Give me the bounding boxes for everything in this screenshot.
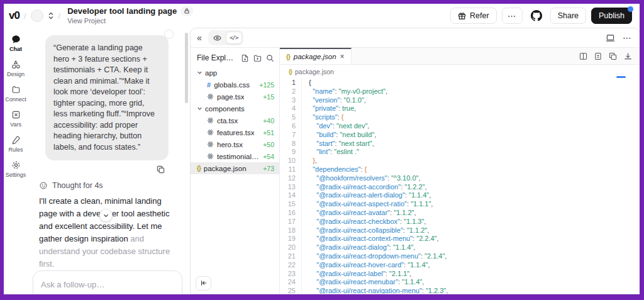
code-line[interactable]: 15 "@radix-ui/react-aspect-ratio": "1.1.… <box>280 200 640 209</box>
code-line[interactable]: 5 "scripts": { <box>280 113 640 122</box>
card-header: « </> ⋯ <box>191 28 640 47</box>
react-file-icon <box>207 117 214 124</box>
chat-icon <box>11 34 21 45</box>
json-file-icon: {} <box>286 53 290 60</box>
code-line[interactable]: 22 "@radix-ui/react-hover-card": "1.1.4"… <box>280 261 640 270</box>
diff-added-count: +51 <box>263 129 274 136</box>
search-icon[interactable] <box>266 54 274 62</box>
json-file-icon: {} <box>197 165 201 172</box>
tab-package-json[interactable]: {} package.json × <box>280 48 352 64</box>
thought-summary[interactable]: Thought for 4s <box>39 181 190 190</box>
code-line[interactable]: 19 "@radix-ui/react-context-menu": "2.2.… <box>280 235 640 243</box>
chat-scrollbar[interactable] <box>185 33 188 103</box>
code-line[interactable]: 8 "start": "next start", <box>280 140 640 148</box>
code-line[interactable]: 1{ <box>280 79 640 87</box>
minimap-indicator <box>616 76 626 78</box>
code-line[interactable]: 6 "dev": "next dev", <box>280 122 640 131</box>
code-line[interactable]: 24 "@radix-ui/react-menubar": "1.1.4", <box>280 278 640 287</box>
line-number: 14 <box>280 191 301 200</box>
download-icon[interactable] <box>624 52 632 60</box>
code-line[interactable]: 14 "@radix-ui/react-alert-dialog": "1.1.… <box>280 191 640 200</box>
code-line[interactable]: 3 "version": "0.1.0", <box>280 96 640 105</box>
left-icon-rail: ChatDesignConnectVarsRulesSettings <box>4 28 28 294</box>
tree-file-features.tsx[interactable]: features.tsx+51 <box>191 126 279 138</box>
sidebar-item-rules[interactable]: Rules <box>4 135 28 153</box>
diff-added-count: +40 <box>263 117 274 125</box>
project-switcher-icon[interactable] <box>48 12 54 19</box>
tree-file-page.tsx[interactable]: page.tsx+15 <box>191 91 279 103</box>
team-avatar[interactable] <box>31 9 43 22</box>
tree-file-globals.css[interactable]: #globals.css+125 <box>191 79 279 91</box>
code-line[interactable]: 20 "@radix-ui/react-dialog": "1.1.4", <box>280 243 640 252</box>
assistant-message: I'll create a clean, minimal landing pag… <box>39 195 176 270</box>
line-number: 12 <box>280 174 301 183</box>
connect-icon <box>11 84 21 95</box>
collapse-panel-icon[interactable]: « <box>197 33 202 43</box>
code-line[interactable]: 23 "@radix-ui/react-label": "2.1.1", <box>280 270 640 279</box>
code-line[interactable]: 9 "lint": "eslint ." <box>280 148 640 157</box>
sidebar-item-vars[interactable]: Vars <box>4 109 28 128</box>
line-number: 10 <box>280 157 301 165</box>
scroll-to-bottom-button[interactable] <box>99 209 113 222</box>
new-file-icon[interactable] <box>241 54 249 62</box>
github-button[interactable] <box>528 8 545 24</box>
preview-eye-toggle[interactable] <box>209 31 226 44</box>
code-line[interactable]: 11 "dependencies": { <box>280 165 640 174</box>
publish-button[interactable]: Publish <box>591 8 632 24</box>
code-line[interactable]: 17 "@radix-ui/react-checkbox": "1.1.3", <box>280 218 640 226</box>
code-line[interactable]: 16 "@radix-ui/react-avatar": "1.1.2", <box>280 209 640 218</box>
new-folder-icon[interactable] <box>253 54 262 62</box>
code-line[interactable]: 21 "@radix-ui/react-dropdown-menu": "2.1… <box>280 252 640 261</box>
tree-file-testimonials.t[interactable]: testimonials.t…+54 <box>191 150 279 162</box>
tree-folder-app[interactable]: app <box>191 67 279 79</box>
collapse-explorer-button[interactable] <box>196 276 211 291</box>
line-number: 15 <box>280 200 301 209</box>
file-explorer-title: File Expl… <box>197 53 236 62</box>
tree-file-package.json[interactable]: {}package.json+73 <box>191 162 279 174</box>
line-number: 16 <box>280 209 301 218</box>
code-line[interactable]: 13 "@radix-ui/react-accordion": "1.2.2", <box>280 183 640 192</box>
diff-file-icon[interactable] <box>594 52 602 60</box>
line-number: 22 <box>280 261 301 270</box>
code-view-toggle[interactable]: </> <box>226 31 242 44</box>
line-number: 18 <box>280 226 301 235</box>
tree-folder-components[interactable]: components <box>191 103 279 114</box>
code-line[interactable]: 12 "@hookform/resolvers": "^3.10.0", <box>280 174 640 183</box>
brain-icon <box>39 181 48 190</box>
card-more-icon[interactable]: ⋯ <box>623 33 632 43</box>
code-line[interactable]: 25 "@radix-ui/react-navigation-menu": "1… <box>280 287 640 294</box>
sidebar-item-design[interactable]: Design <box>4 59 28 77</box>
code-line[interactable]: 18 "@radix-ui/react-collapsible": "1.1.2… <box>280 226 640 235</box>
refer-button[interactable]: Refer <box>450 8 497 24</box>
share-button[interactable]: Share <box>550 8 586 24</box>
sidebar-item-chat[interactable]: Chat <box>4 34 28 52</box>
react-file-icon <box>207 93 214 100</box>
copy-message-button[interactable] <box>155 164 166 175</box>
tree-file-hero.tsx[interactable]: hero.tsx+50 <box>191 138 279 150</box>
copy-file-icon[interactable] <box>609 52 617 60</box>
close-tab-icon[interactable]: × <box>340 52 345 61</box>
breadcrumb: Developer tool landing page View Project <box>67 6 193 25</box>
more-options-button[interactable]: ⋯ <box>502 8 523 24</box>
line-number: 1 <box>280 79 301 87</box>
code-line[interactable]: 4 "private": true, <box>280 104 640 113</box>
code-content[interactable]: 1{2 "name": "my-v0-project",3 "version":… <box>280 78 640 294</box>
split-editor-icon[interactable] <box>579 52 587 60</box>
sidebar-item-settings[interactable]: Settings <box>4 160 28 178</box>
sidebar-item-connect[interactable]: Connect <box>4 84 28 103</box>
code-line[interactable]: 2 "name": "my-v0-project", <box>280 87 640 96</box>
lock-icon[interactable] <box>180 6 193 16</box>
device-preview-icon[interactable] <box>606 34 615 42</box>
top-bar: v0 / / Developer tool landing page View … <box>4 4 640 28</box>
json-file-icon: {} <box>289 69 292 75</box>
view-project-link[interactable]: View Project <box>67 17 193 25</box>
react-file-icon <box>207 153 214 160</box>
followup-input[interactable] <box>41 280 174 289</box>
v0-logo[interactable]: v0 <box>9 9 19 22</box>
code-line[interactable]: 7 "build": "next build", <box>280 131 640 140</box>
user-message-bubble: “Generate a landing page hero + 3 featur… <box>45 35 169 160</box>
chat-composer: + Design ↑ <box>33 270 182 300</box>
tree-file-cta.tsx[interactable]: cta.tsx+40 <box>191 114 279 126</box>
chat-panel: “Generate a landing page hero + 3 featur… <box>28 28 190 294</box>
code-line[interactable]: 10 }, <box>280 157 640 165</box>
